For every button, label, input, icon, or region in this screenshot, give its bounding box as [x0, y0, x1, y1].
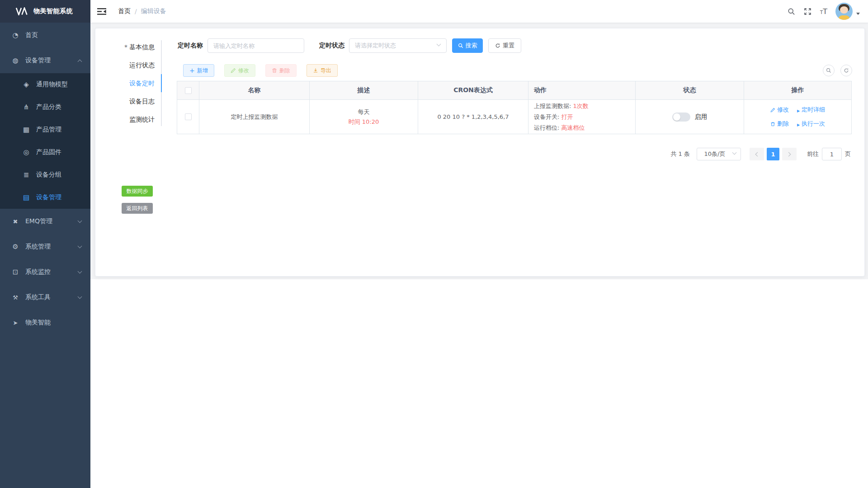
tabs-active-indicator — [161, 74, 162, 92]
breadcrumb-separator: / — [135, 8, 137, 15]
sidebar-item-thing-model[interactable]: 通用物模型 — [0, 73, 90, 96]
data-sync-button[interactable]: 数据同步 — [122, 186, 153, 197]
row-delete-link[interactable]: 删除 — [770, 120, 789, 128]
prev-page-button[interactable] — [750, 148, 764, 160]
sidebar-item-product-firmware[interactable]: 产品固件 — [0, 141, 90, 164]
table-row: 定时上报监测数据 每天 时间 10:20 0 20 10 ? * 1,2,3,4… — [177, 100, 852, 134]
refresh-table-button[interactable] — [840, 65, 852, 76]
sidebar-item-system-management[interactable]: 系统管理 — [0, 234, 90, 259]
trash-icon — [272, 68, 277, 73]
avatar[interactable] — [835, 3, 853, 20]
sidebar-item-product-category[interactable]: 产品分类 — [0, 96, 90, 118]
back-to-list-button[interactable]: 返回列表 — [122, 203, 153, 214]
monitor-icon — [10, 268, 21, 276]
tab-monitor-statistics[interactable]: 监测统计 — [95, 110, 162, 128]
header-cron: CRON表达式 — [418, 81, 528, 99]
next-page-button[interactable] — [782, 148, 797, 160]
sidebar-item-label: 首页 — [25, 31, 38, 39]
page-number-button[interactable]: 1 — [767, 148, 779, 160]
font-size-icon[interactable] — [816, 0, 832, 23]
sidebar-item-product-management[interactable]: 产品管理 — [0, 118, 90, 141]
export-button[interactable]: 导出 — [307, 64, 338, 77]
chevron-up-icon — [78, 59, 82, 64]
sidebar-item-system-tools[interactable]: 系统工具 — [0, 285, 90, 310]
sidebar-item-emq-management[interactable]: EMQ管理 — [0, 209, 90, 234]
sidebar-item-label: 设备管理 — [25, 56, 51, 65]
goto-page-input[interactable] — [822, 148, 842, 160]
sidebar-item-device-management[interactable]: 设备管理 — [0, 48, 90, 73]
sidebar-item-label: 物美智能 — [25, 319, 51, 327]
sidebar-item-wumei[interactable]: 物美智能 — [0, 310, 90, 335]
reset-button-label: 重置 — [503, 42, 514, 50]
chevron-down-icon — [78, 269, 82, 273]
op-label: 删除 — [777, 120, 789, 128]
reset-button[interactable]: 重置 — [488, 38, 521, 53]
chevron-down-icon — [437, 42, 441, 47]
sitemap-icon — [21, 103, 32, 111]
delete-button[interactable]: 删除 — [265, 64, 297, 77]
search-button[interactable]: 搜索 — [452, 38, 483, 53]
status-label: 启用 — [695, 113, 708, 121]
pencil-icon — [231, 68, 236, 73]
avatar-shirt — [838, 15, 850, 20]
header-description: 描述 — [310, 81, 418, 99]
tab-device-log[interactable]: 设备日志 — [95, 92, 162, 110]
sidebar-item-label: 系统监控 — [25, 268, 51, 276]
row-checkbox-cell — [177, 100, 199, 134]
bullseye-icon — [21, 148, 32, 156]
row-edit-link[interactable]: 修改 — [770, 106, 789, 114]
breadcrumb-current: 编辑设备 — [141, 7, 166, 15]
user-menu[interactable] — [835, 3, 860, 20]
chevron-right-icon — [787, 152, 791, 156]
schedule-name-label: 定时名称 — [178, 42, 203, 50]
sidebar-item-device-group[interactable]: 设备分组 — [0, 164, 90, 186]
page-size-select[interactable]: 10条/页 — [697, 148, 741, 160]
sidebar-item-device-management-sub[interactable]: 设备管理 — [0, 186, 90, 209]
chevron-down-icon — [78, 294, 82, 299]
topbar: 首页 / 编辑设备 — [90, 0, 868, 23]
sidebar-fold-icon[interactable] — [97, 8, 106, 15]
tab-running-status[interactable]: 运行状态 — [95, 56, 162, 74]
row-checkbox[interactable] — [185, 113, 192, 120]
select-all-checkbox[interactable] — [185, 87, 192, 94]
refresh-icon — [495, 43, 500, 48]
action-line: 上报监测数据: 1次数 — [534, 101, 589, 112]
tab-label: 基本信息 — [129, 43, 155, 51]
workspace: *基本信息 运行状态 设备定时 设备日志 监测统计 数据同步 返回列表 — [90, 23, 868, 279]
paper-plane-icon — [10, 319, 21, 327]
sidebar-item-system-monitor[interactable]: 系统监控 — [0, 259, 90, 285]
search-icon — [826, 68, 831, 73]
plus-icon — [189, 67, 195, 74]
schedule-table: 名称 描述 CRON表达式 动作 状态 操作 定时上报监测数据 每天 时间 10… — [177, 81, 852, 134]
schedule-name-input[interactable] — [208, 38, 304, 53]
row-run-once-link[interactable]: 执行一次 — [797, 120, 825, 128]
desc-frequency: 每天 — [358, 107, 370, 117]
search-icon[interactable] — [783, 0, 799, 23]
schedule-status-select[interactable]: 请选择定时状态 — [349, 38, 447, 53]
sidebar-item-label: 产品分类 — [36, 103, 61, 111]
tab-device-schedule[interactable]: 设备定时 — [95, 74, 162, 92]
cell-operations: 修改 定时详细 删除 — [744, 100, 851, 134]
breadcrumb-home[interactable]: 首页 — [118, 7, 131, 15]
header-operations: 操作 — [744, 81, 851, 99]
sidebar-item-label: EMQ管理 — [25, 217, 52, 225]
action-line: 设备开关: 打开 — [534, 112, 573, 122]
action-value: 打开 — [561, 113, 573, 120]
pencil-icon — [770, 108, 775, 113]
sidebar-item-home[interactable]: 首页 — [0, 23, 90, 48]
fullscreen-icon[interactable] — [799, 0, 816, 23]
breadcrumb: 首页 / 编辑设备 — [118, 7, 166, 15]
row-schedule-detail-link[interactable]: 定时详细 — [797, 106, 825, 114]
page-size-value: 10条/页 — [704, 150, 726, 158]
edit-button[interactable]: 修改 — [224, 64, 255, 77]
tab-label: 监测统计 — [129, 116, 155, 123]
toggle-search-button[interactable] — [823, 65, 835, 76]
header-action: 动作 — [528, 81, 636, 99]
tab-basic-info[interactable]: *基本信息 — [95, 38, 162, 56]
status-toggle[interactable] — [672, 113, 690, 122]
search-button-label: 搜索 — [466, 42, 477, 50]
required-mark: * — [124, 43, 127, 51]
header-checkbox-cell — [177, 81, 199, 99]
add-button[interactable]: 新增 — [183, 64, 214, 77]
filter-row: 定时名称 定时状态 请选择定时状态 搜索 — [178, 38, 521, 53]
